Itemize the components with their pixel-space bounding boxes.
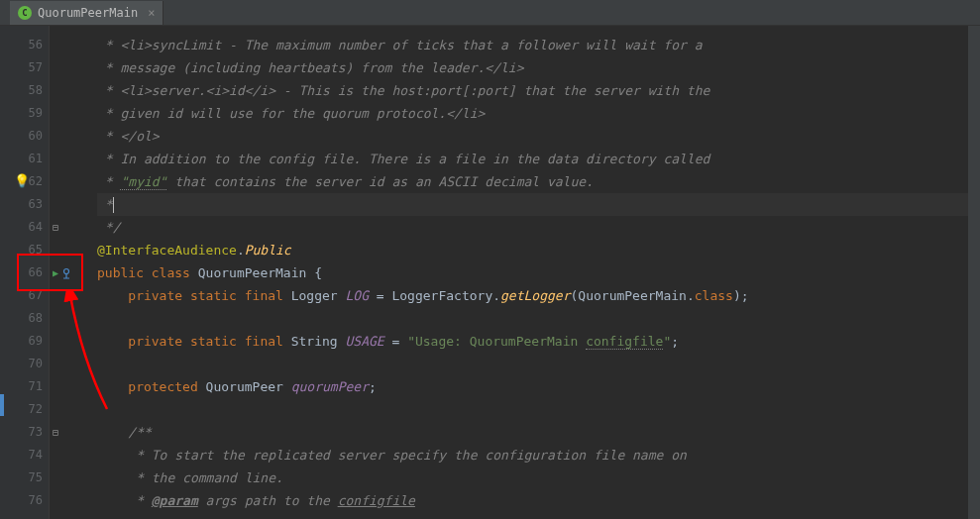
line-number[interactable]: 56 <box>0 34 49 56</box>
line-number[interactable]: 68 <box>0 307 49 330</box>
left-marker <box>0 394 4 416</box>
line-number[interactable]: 74 <box>0 444 49 467</box>
line-number[interactable]: 64 <box>0 216 49 239</box>
line-number[interactable]: 63 <box>0 193 49 216</box>
tab-label: QuorumPeerMain <box>38 6 138 20</box>
line-number[interactable]: 66 <box>0 261 49 284</box>
scrollbar[interactable] <box>968 26 980 519</box>
line-number[interactable]: 67 <box>0 284 49 307</box>
line-number[interactable]: 76 <box>0 489 49 512</box>
tab-bar: C QuorumPeerMain × <box>0 0 980 26</box>
line-number[interactable]: 58 <box>0 79 49 102</box>
line-number[interactable]: 75 <box>0 467 49 489</box>
line-number[interactable]: 65 <box>0 239 49 261</box>
line-number[interactable]: 59 <box>0 102 49 125</box>
editor-area: 56 57 58 59 60 61 62 63 64 65 66 67 68 6… <box>0 26 980 519</box>
line-number[interactable]: 61 <box>0 148 49 170</box>
class-icon: C <box>18 6 32 20</box>
editor-tab[interactable]: C QuorumPeerMain × <box>10 1 163 25</box>
code-area[interactable]: 💡 * <li>syncLimit - The maximum number o… <box>50 26 980 519</box>
gutter: 56 57 58 59 60 61 62 63 64 65 66 67 68 6… <box>0 26 50 519</box>
line-number[interactable]: 69 <box>0 330 49 353</box>
close-icon[interactable]: × <box>148 6 155 20</box>
intention-bulb-icon[interactable]: 💡 <box>14 169 30 192</box>
line-number[interactable]: 70 <box>0 353 49 375</box>
line-number[interactable]: 57 <box>0 56 49 79</box>
text-caret <box>113 197 114 213</box>
line-number[interactable]: 73 <box>0 421 49 444</box>
line-number[interactable]: 60 <box>0 125 49 148</box>
line-number[interactable]: 72 <box>0 398 49 421</box>
line-number[interactable]: 71 <box>0 375 49 398</box>
